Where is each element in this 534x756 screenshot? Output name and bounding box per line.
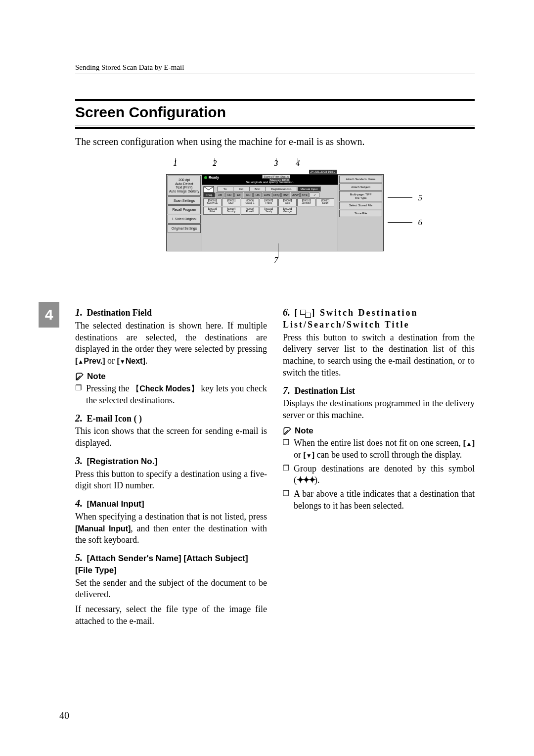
dest-item[interactable]: 【00002】 DEV: [222, 198, 240, 206]
dest-item[interactable]: 【00018】 Ethel: [203, 207, 222, 215]
filter-rst[interactable]: RST: [281, 192, 290, 197]
file-type-button[interactable]: Multi-page: TIFF File Type: [339, 191, 382, 201]
item-body: Displays the destinations programmed in …: [283, 398, 475, 422]
switch-icon: [300, 310, 311, 318]
item-number: 4.: [75, 498, 83, 509]
stored-files-status[interactable]: Stored Files Status: [262, 175, 290, 179]
note-heading: Note: [75, 371, 267, 382]
dest-item[interactable]: 【00001】 SERVICE: [203, 198, 222, 206]
note-item: Group destinations are denoted by this s…: [283, 463, 475, 487]
attach-sender-name-button[interactable]: Attach Sender's Name: [339, 176, 382, 183]
dest-item[interactable]: 【00007】 Frank: [260, 198, 278, 206]
item-body: This icon shows that the screen for send…: [75, 425, 267, 449]
title-rule: [75, 126, 475, 129]
title-filter-row[interactable]: Freq. AB CD EF GH IJK LMN OPQ RST UVW XY…: [203, 192, 337, 197]
note-item: When the entire list does not fit on one…: [283, 437, 475, 461]
item-number: 2.: [75, 413, 83, 424]
item-body: Press this button to specify a destinati…: [75, 469, 267, 492]
filter-opq[interactable]: OPQ: [272, 192, 281, 197]
item-body: Set the sender and the subject of the do…: [75, 577, 267, 601]
note-item: A bar above a title indicates that a des…: [283, 488, 475, 512]
body-columns: 1. Destination Field The selected destin…: [75, 301, 475, 630]
select-stored-file-button[interactable]: Select Stored File: [339, 202, 382, 209]
lead-paragraph: The screen configuration when using the …: [75, 136, 475, 147]
item-number: 7.: [283, 385, 290, 396]
callout-7: 7: [274, 255, 278, 265]
item-body: If necessary, select the file type of th…: [75, 604, 267, 627]
screenshot-figure: 1 2 3 4 200 dpi Auto Detect Text (Print)…: [75, 158, 475, 287]
note-list: When the entire list does not fit on one…: [283, 437, 475, 512]
note-icon: [75, 372, 84, 381]
filter-lmn[interactable]: LMN: [263, 192, 271, 197]
dest-item[interactable]: 【00017】 Sarah: [316, 198, 334, 206]
callout-5: 5: [418, 193, 423, 203]
store-file-button[interactable]: Store File: [339, 210, 382, 217]
filter-cd[interactable]: CD: [225, 192, 234, 197]
destination-list[interactable]: 【00001】 SERVICE 【00002】 DEV 【00006】 Grou…: [203, 198, 337, 215]
dest-item[interactable]: 【00010】 Jennifer: [297, 198, 315, 206]
group-icon: ✦✦✦: [297, 475, 314, 485]
filter-ijk[interactable]: IJK: [253, 192, 262, 197]
filter-ef[interactable]: EF: [234, 192, 243, 197]
item-title: E-mail Icon ( ): [87, 414, 142, 424]
filter-freq[interactable]: Freq.: [203, 192, 215, 197]
page-number: 40: [59, 710, 69, 721]
dest-item[interactable]: 【00019】 Dorothy: [222, 207, 240, 215]
filter-ab[interactable]: AB: [216, 192, 224, 197]
note-item: Pressing the Check Modes key lets you ch…: [75, 383, 267, 407]
tab-registration-no[interactable]: Registration No.: [266, 187, 297, 191]
original-settings-button[interactable]: Original Settings: [168, 224, 201, 233]
dest-item[interactable]: 【00006】 Group 1: [241, 198, 259, 206]
running-head: Sending Stored Scan Data by E-mail: [75, 63, 475, 74]
filter-gh[interactable]: GH: [244, 192, 253, 197]
dest-item[interactable]: 【00020】 Ronald: [241, 207, 259, 215]
memory-indicator: Memory:100%: [269, 179, 290, 182]
note-icon: [283, 426, 292, 435]
item-title: [Registration No.]: [87, 457, 158, 466]
chapter-tab: 4: [39, 302, 59, 328]
item-title: [] Switch Destination List/Search/Switch…: [283, 308, 418, 330]
switch-destination-icon[interactable]: ⤢: [310, 192, 319, 197]
tab-manual-input[interactable]: Manual Input: [298, 187, 320, 191]
right-panel: Attach Sender's Name Attach Subject Mult…: [338, 175, 383, 251]
item-body: The selected destination is shown here. …: [75, 320, 267, 367]
left-panel: 200 dpi Auto Detect Text (Print) Auto Im…: [167, 175, 202, 251]
scan-settings-button[interactable]: Scan Settings: [168, 196, 201, 205]
dest-item[interactable]: 【00008】 Alex: [278, 198, 297, 206]
tab-cc[interactable]: Cc:: [234, 187, 250, 191]
dest-item[interactable]: 【00021】 Sandy: [260, 207, 278, 215]
item-body: Press this button to switch a destinatio…: [283, 332, 475, 379]
item-title: [Manual Input]: [87, 499, 144, 509]
recall-program-button[interactable]: Recall Program: [168, 205, 201, 214]
filter-xyz[interactable]: XYZ: [300, 192, 309, 197]
note-list: Pressing the Check Modes key lets you ch…: [75, 383, 267, 407]
tab-to[interactable]: To:: [218, 187, 233, 191]
ready-dot-icon: [204, 176, 207, 179]
item-number: 1.: [75, 307, 83, 318]
item-number: 5.: [75, 552, 83, 563]
callout-6: 6: [418, 218, 423, 228]
item-title: [Attach Sender's Name] [Attach Subject] …: [75, 554, 248, 575]
datetime: 24 JUL 2003 16:50: [309, 170, 337, 174]
scan-summary[interactable]: 200 dpi Auto Detect Text (Print) Auto Im…: [168, 176, 201, 196]
tab-bcc[interactable]: Bcc:: [250, 187, 266, 191]
left-column: 1. Destination Field The selected destin…: [75, 301, 267, 630]
dest-item[interactable]: 【00022】 George: [278, 207, 297, 215]
destination-field-tabs[interactable]: To: Cc: Bcc: Registration No. Manual Inp…: [217, 187, 321, 191]
item-body: When specifying a destination that is no…: [75, 511, 267, 546]
attach-subject-button[interactable]: Attach Subject: [339, 184, 382, 191]
page: Sending Stored Scan Data by E-mail Scree…: [0, 0, 534, 660]
ready-label: Ready: [209, 176, 219, 179]
item-title: Destination List: [295, 386, 356, 396]
item-number: 3.: [75, 455, 83, 466]
item-number: 6.: [283, 307, 290, 318]
note-heading: Note: [283, 425, 475, 436]
item-title: Destination Field: [87, 308, 152, 318]
sided-original-button[interactable]: 1 Sided Original: [168, 215, 201, 224]
filter-uvw[interactable]: UVW: [291, 192, 300, 197]
note-label: Note: [295, 425, 313, 436]
email-icon: [203, 186, 214, 193]
main-panel: 24 JUL 2003 16:50 Ready Set originals an…: [202, 175, 338, 251]
callout-top-row: 1 2 3 4: [166, 158, 384, 171]
right-column: 6. [] Switch Destination List/Search/Swi…: [283, 301, 475, 630]
